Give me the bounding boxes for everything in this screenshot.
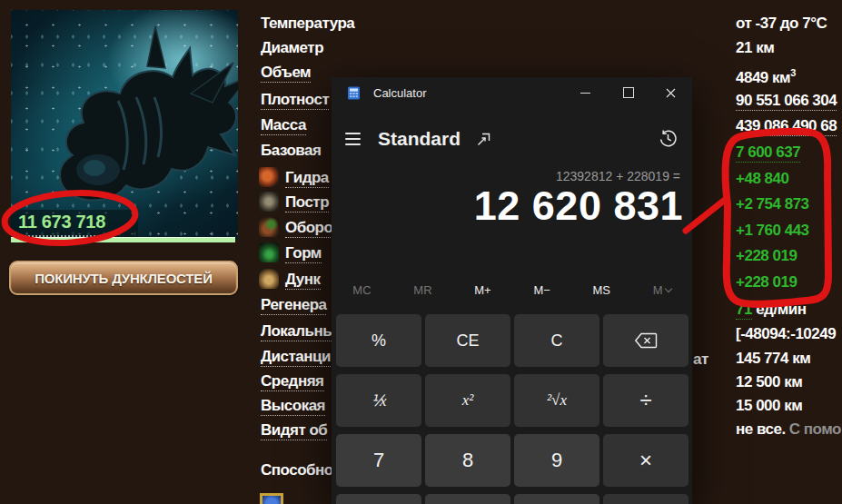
clear-entry-key[interactable]: CE [425,314,510,367]
percent-key[interactable]: % [336,314,421,367]
memory-row: MC MR M+ M− MS M [332,283,692,297]
stat-label-defense[interactable]: Оборо [285,219,332,237]
defense-row-icon[interactable] [259,217,279,237]
keypad: % CE C ⅟x x² ²√x ÷ 7 8 9 × [336,314,688,504]
window-title: Calculator [373,86,427,100]
stat-value-coordinates: [-48094:-10249 [736,325,836,343]
ability-icon[interactable] [260,493,283,504]
dunk-row-icon[interactable] [259,269,279,289]
creature-silhouette-icon [11,10,238,240]
subtract-key[interactable] [603,494,688,504]
hydra-row-icon[interactable] [259,167,279,187]
stat-label-temperature: Температура [261,15,354,33]
stat-label-density[interactable]: Плотност [261,91,329,109]
stat-label-hydra[interactable]: Гидра [285,169,329,187]
creature-points-value: 11 673 718 [18,212,105,237]
creature-points-strip: 11 673 718 [11,210,138,237]
stat-value-seen: не все. С помощ [736,420,842,439]
stat-value-big1[interactable]: 90 551 066 304 [736,92,837,110]
close-icon [666,88,676,98]
backspace-icon [634,332,658,349]
stat-label-built[interactable]: Постр [285,193,329,212]
maximize-button[interactable] [607,77,649,108]
hormone-row-icon[interactable] [259,242,279,262]
stat-value-bonus1: +48 840 [736,170,788,188]
stat-label-regeneration[interactable]: Регенера [261,296,326,314]
stat-label-medium[interactable]: Средняя [261,372,324,390]
stat-value-bonus5: +228 019 [736,273,797,292]
maximize-icon [623,87,634,98]
stat-value-volume: 4849 км3 [736,64,796,87]
digit-5-key[interactable] [425,494,510,504]
backspace-key[interactable] [603,314,688,367]
sqrt-key[interactable]: ²√x [514,374,599,427]
clipped-word-fragment: ат [693,351,708,369]
stat-label-abilities: Способно [261,461,333,479]
stat-label-local[interactable]: Локальны [261,322,335,341]
stat-label-volume[interactable]: Объем [261,64,311,82]
close-button[interactable] [649,77,692,108]
memory-clear-button[interactable]: MC [352,283,371,297]
stat-value-bonus3: +1 760 443 [736,222,809,240]
stat-label-mass[interactable]: Масса [261,116,306,134]
stat-value-dist2: 12 500 км [736,373,802,391]
stat-value-diameter: 21 км [736,39,774,57]
memory-subtract-button[interactable]: M− [533,283,550,297]
stat-value-dist1: 145 774 км [736,350,810,368]
stat-label-hormone[interactable]: Горм [285,244,322,262]
digit-6-key[interactable] [514,494,599,504]
memory-dropdown-button[interactable]: M [653,283,671,297]
calculator-window: Calculator Standard [332,77,692,504]
clear-key[interactable]: C [514,314,599,367]
built-row-icon[interactable] [259,192,279,212]
multiply-key[interactable]: × [603,434,688,487]
stat-label-high[interactable]: Высокая [261,397,325,415]
reciprocal-key[interactable]: ⅟x [336,374,421,427]
creature-image[interactable]: 11 673 718 [11,10,238,240]
stat-label-base: Базовая [261,142,321,160]
calculator-mode-title: Standard [378,128,461,150]
stat-value-dist3: 15 000 км [736,397,802,415]
stat-value-big2[interactable]: 439 086 490 68 [736,117,837,135]
calculator-titlebar[interactable]: Calculator [332,77,692,108]
memory-store-button[interactable]: MS [593,283,611,297]
stat-value-bonus2: +2 754 873 [736,195,809,213]
digit-8-key[interactable]: 8 [425,434,510,487]
minimize-icon [580,93,590,94]
creature-health-bar [11,237,235,242]
digit-7-key[interactable]: 7 [336,434,421,487]
stat-label-diameter: Диаметр [261,39,323,57]
stat-value-temperature: от -37 до 7°С [736,15,827,33]
stat-label-seen-by[interactable]: Видят об [261,421,327,440]
digit-4-key[interactable] [336,494,421,504]
minimize-button[interactable] [564,77,607,108]
leave-dunkleosteus-button[interactable]: ПОКИНУТЬ ДУНКЛЕОСТЕЙ [9,261,238,295]
chevron-down-icon [664,285,671,292]
stat-label-distance[interactable]: Дистанци [261,348,331,366]
stat-value-regen-rate[interactable]: 71 ед/мин [736,301,806,319]
stat-label-dunk[interactable]: Дунк [285,271,321,289]
memory-add-button[interactable]: M+ [474,283,490,297]
calc-result: 12 620 831 [474,183,683,230]
keep-on-top-icon[interactable] [475,131,492,148]
menu-hamburger-icon[interactable] [345,133,361,145]
divide-key[interactable]: ÷ [603,374,688,427]
stat-value-bonus4: +228 019 [736,247,797,265]
square-key[interactable]: x² [425,374,510,427]
digit-9-key[interactable]: 9 [514,434,599,487]
stat-value-energy-total[interactable]: 7 600 637 [736,143,800,162]
calculator-app-icon [347,86,361,100]
game-screen: 11 673 718 ПОКИНУТЬ ДУНКЛЕОСТЕЙ Температ… [0,0,842,504]
memory-recall-button[interactable]: MR [413,283,431,297]
history-icon[interactable] [659,129,678,148]
calc-expression: 12392812 + 228019 = [556,169,680,183]
